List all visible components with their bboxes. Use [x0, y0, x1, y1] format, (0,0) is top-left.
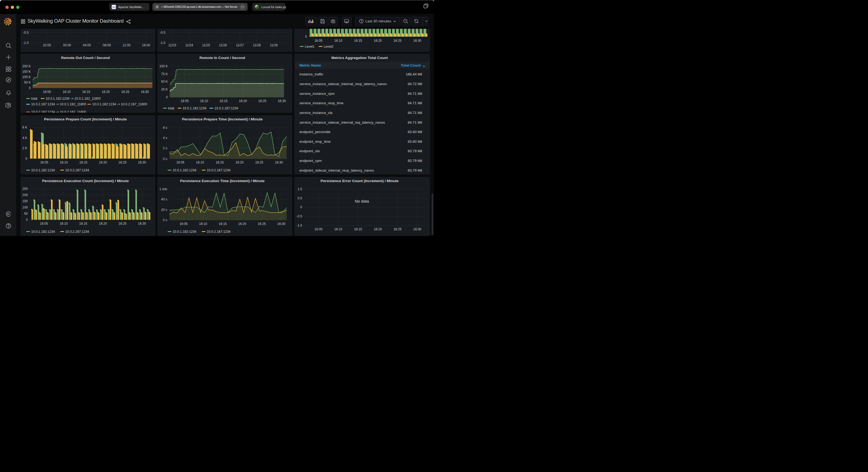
svg-text:16:30: 16:30: [141, 90, 149, 94]
svg-text:84.71 Mil: 84.71 Mil: [408, 111, 422, 115]
svg-text:10.0.2.167:1234: 10.0.2.167:1234: [207, 230, 230, 234]
svg-text:16:25: 16:25: [121, 90, 129, 94]
svg-text:10.0.2.167:1234 -> 10.0.2.167_: 10.0.2.167:1234 -> 10.0.2.167_11800: [31, 110, 86, 114]
svg-text:83.79 Mil: 83.79 Mil: [408, 168, 422, 172]
svg-text:16:20: 16:20: [99, 222, 107, 226]
svg-text:1.0: 1.0: [298, 187, 302, 191]
svg-text:Persistence Error Count (Incre: Persistence Error Count (Increment) / Mi…: [320, 179, 399, 183]
svg-text:endpoint_resp_time: endpoint_resp_time: [300, 140, 331, 144]
svg-text:250: 250: [22, 187, 28, 191]
svg-text:0: 0: [29, 86, 31, 90]
svg-text:-0.5: -0.5: [160, 31, 165, 34]
svg-text:-1.0: -1.0: [23, 41, 29, 45]
svg-text:Persistence Prepare Time (Incr: Persistence Prepare Time (Increment) / M…: [182, 117, 263, 121]
svg-text:16:15: 16:15: [216, 161, 224, 164]
svg-text:16:10: 16:10: [199, 222, 207, 226]
svg-text:20:00: 20:00: [43, 43, 51, 47]
svg-text:16:15: 16:15: [354, 227, 362, 231]
svg-text:16:20: 16:20: [102, 90, 110, 94]
svg-text:16:20: 16:20: [99, 161, 107, 164]
svg-text:4 K: 4 K: [22, 136, 27, 140]
svg-text:16:20: 16:20: [374, 39, 382, 42]
svg-text:Metrics Aggregation Total Coun: Metrics Aggregation Total Count: [331, 56, 388, 60]
svg-text:11/27: 11/27: [236, 43, 244, 47]
svg-text:16:30: 16:30: [138, 161, 146, 164]
svg-text:16:15: 16:15: [79, 222, 87, 226]
svg-text:11/25: 11/25: [202, 43, 210, 47]
svg-text:10.0.1.182:1234: 10.0.1.182:1234: [173, 168, 196, 172]
svg-text:11/26: 11/26: [219, 43, 227, 47]
svg-text:2 K: 2 K: [22, 146, 27, 150]
svg-text:08:00: 08:00: [103, 43, 111, 47]
svg-text:16:10: 16:10: [60, 161, 68, 164]
svg-text:10.0.1.182:1234 -> 10.0.2.167_: 10.0.1.182:1234 -> 10.0.2.167_11800: [92, 102, 147, 106]
svg-text:16:15: 16:15: [218, 222, 226, 226]
svg-text:0: 0: [26, 218, 28, 222]
svg-text:total: total: [168, 106, 174, 110]
svg-text:84.72 Mil: 84.72 Mil: [408, 82, 422, 86]
svg-text:0.5: 0.5: [298, 196, 302, 200]
svg-text:1 min: 1 min: [159, 187, 167, 191]
svg-text:service_instance_sla: service_instance_sla: [300, 111, 333, 115]
svg-text:25 K: 25 K: [161, 88, 168, 91]
svg-text:-1.0: -1.0: [297, 224, 302, 227]
svg-text:16:05: 16:05: [40, 161, 48, 164]
svg-text:10.0.1.182:1234 -> 10.0.1.182_: 10.0.1.182:1234 -> 10.0.1.182_11800: [46, 97, 101, 100]
svg-text:Level2: Level2: [324, 45, 333, 48]
svg-text:0: 0: [300, 205, 302, 209]
svg-text:50: 50: [24, 212, 28, 215]
svg-text:16:05: 16:05: [181, 99, 189, 103]
svg-text:16:15: 16:15: [82, 90, 90, 94]
svg-text:Total Count: Total Count: [401, 63, 421, 67]
svg-text:00:00: 00:00: [63, 43, 71, 47]
svg-text:16:20: 16:20: [374, 227, 382, 231]
svg-text:150: 150: [22, 199, 28, 203]
svg-text:Persistence Execution Time (In: Persistence Execution Time (Increment) /…: [180, 179, 265, 183]
svg-text:16:05: 16:05: [40, 222, 48, 226]
svg-text:16:20: 16:20: [236, 161, 244, 164]
svg-text:10.0.1.182:1234: 10.0.1.182:1234: [173, 230, 196, 234]
svg-text:total: total: [31, 97, 37, 100]
svg-text:16:10: 16:10: [60, 222, 68, 226]
svg-text:16:25: 16:25: [393, 39, 401, 42]
svg-text:service_instance_sidecar_inter: service_instance_sidecar_internal_resp_l…: [300, 82, 387, 86]
svg-text:service_instance_resp_time: service_instance_resp_time: [300, 101, 343, 105]
svg-text:0: 0: [305, 35, 307, 38]
svg-text:84.71 Mil: 84.71 Mil: [408, 92, 422, 96]
svg-text:endpoint_sla: endpoint_sla: [300, 149, 320, 153]
svg-text:84.71 Mil: 84.71 Mil: [408, 101, 422, 105]
svg-text:Persistence Prepare Count (Inc: Persistence Prepare Count (Increment) / …: [44, 117, 127, 121]
svg-text:16:10: 16:10: [200, 99, 208, 103]
svg-text:16:30: 16:30: [277, 222, 285, 226]
svg-text:4 s: 4 s: [163, 136, 167, 140]
svg-text:10.0.2.167:1234: 10.0.2.167:1234: [65, 230, 89, 234]
svg-text:20 s: 20 s: [161, 208, 167, 212]
svg-text:10.0.2.167:1234 -> 10.0.1.182_: 10.0.2.167:1234 -> 10.0.1.182_11800: [31, 102, 86, 106]
svg-text:200 K: 200 K: [22, 64, 31, 68]
svg-text:16:10: 16:10: [334, 39, 342, 42]
svg-text:16:15: 16:15: [219, 99, 227, 103]
svg-text:No data: No data: [355, 199, 369, 203]
svg-text:168.44 Mil: 168.44 Mil: [406, 72, 422, 76]
svg-text:16:25: 16:25: [258, 99, 266, 103]
svg-text:-0.5: -0.5: [23, 31, 29, 34]
svg-text:16:00: 16:00: [142, 43, 150, 47]
svg-text:6 K: 6 K: [22, 126, 27, 129]
svg-text:10.0.2.167:1234: 10.0.2.167:1234: [65, 168, 89, 172]
svg-text:Metric Name: Metric Name: [300, 63, 321, 67]
svg-text:11/28: 11/28: [253, 43, 260, 47]
svg-text:100: 100: [22, 206, 28, 209]
svg-text:instance_traffic: instance_traffic: [300, 72, 323, 76]
svg-text:200: 200: [22, 193, 28, 197]
svg-text:Persistence Execution Count (I: Persistence Execution Count (Increment) …: [42, 179, 129, 183]
svg-text:6 s: 6 s: [163, 126, 167, 130]
svg-text:Remote In Count / Second: Remote In Count / Second: [199, 56, 245, 60]
svg-text:16:05: 16:05: [314, 39, 322, 42]
svg-text:84.71 Mil: 84.71 Mil: [408, 121, 422, 125]
svg-text:83.80 Mil: 83.80 Mil: [408, 130, 422, 134]
svg-text:16:30: 16:30: [138, 222, 146, 226]
svg-text:100 K: 100 K: [22, 75, 31, 79]
svg-text:04:00: 04:00: [83, 43, 91, 47]
svg-text:83.79 Mil: 83.79 Mil: [408, 159, 422, 163]
svg-text:Remote Out Count / Second: Remote Out Count / Second: [61, 56, 110, 60]
